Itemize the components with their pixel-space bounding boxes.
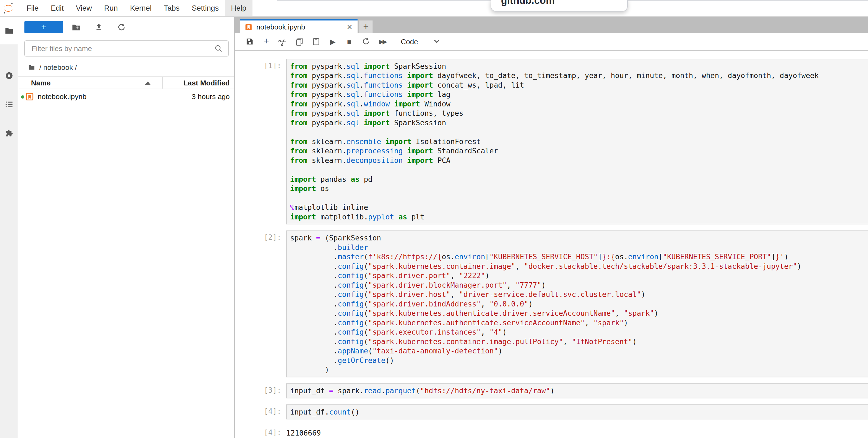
menu-item-run[interactable]: Run xyxy=(98,0,124,16)
new-folder-icon[interactable] xyxy=(71,23,81,32)
browser-popup-domain: github.com xyxy=(501,0,627,6)
output-area: [4]:12106669 xyxy=(235,426,868,438)
insert-cell-button[interactable]: + xyxy=(258,34,275,49)
breadcrumb-path: / notebook / xyxy=(39,63,77,71)
code-editor[interactable]: spark = (SparkSession .builder .master(f… xyxy=(286,231,868,377)
file-browser-panel: + / notebook / Name xyxy=(18,17,235,438)
run-cell-button[interactable]: ▶ xyxy=(324,34,341,49)
file-list-header: Name Last Modified xyxy=(18,77,234,89)
menu-item-help[interactable]: Help xyxy=(225,0,252,16)
file-filter-box xyxy=(24,40,228,57)
fast-forward-icon: ▶▶ xyxy=(379,38,386,45)
left-sidebar xyxy=(0,17,18,438)
sort-ascending-icon[interactable] xyxy=(145,81,151,85)
code-cell: [4]:input_df.count() xyxy=(235,404,868,419)
new-launcher-button[interactable]: + xyxy=(24,21,63,33)
notebook-toolbar: + ▶ xyxy=(235,33,868,51)
main-area: notebook.ipynb × + + xyxy=(235,17,868,438)
save-button[interactable] xyxy=(241,34,258,49)
column-name[interactable]: Name xyxy=(31,79,51,87)
cell-type-dropdown-caret[interactable] xyxy=(434,39,440,43)
folder-icon xyxy=(28,63,35,70)
code-cell: [1]:from pyspark.sql import SparkSession… xyxy=(235,59,868,224)
stop-icon: ■ xyxy=(347,37,351,46)
copy-icon xyxy=(295,37,304,46)
file-name: notebook.ipynb xyxy=(38,92,87,101)
restart-run-all-button[interactable]: ▶▶ xyxy=(374,34,391,49)
column-divider xyxy=(162,77,163,89)
notebook-file-icon xyxy=(25,92,34,101)
menu-item-settings[interactable]: Settings xyxy=(186,0,225,16)
menu-item-view[interactable]: View xyxy=(70,0,98,16)
scissors-icon xyxy=(277,35,289,48)
file-browser-icon[interactable] xyxy=(4,26,14,35)
file-row[interactable]: notebook.ipynb 3 hours ago xyxy=(18,90,234,104)
notebook-tab-icon xyxy=(245,23,252,31)
jupyter-logo-icon xyxy=(3,2,14,15)
new-tab-button[interactable]: + xyxy=(360,21,373,33)
code-cell: [2]:spark = (SparkSession .builder .mast… xyxy=(235,231,868,377)
file-last-modified: 3 hours ago xyxy=(192,92,229,101)
code-editor[interactable]: from pyspark.sql import SparkSessionfrom… xyxy=(286,59,868,224)
tab-bar: notebook.ipynb × + xyxy=(235,17,868,33)
input-prompt: [2]: xyxy=(235,231,286,377)
code-cell: [3]:input_df = spark.read.parquet("hdfs:… xyxy=(235,383,868,399)
menu-item-file[interactable]: File xyxy=(21,0,45,16)
column-last-modified[interactable]: Last Modified xyxy=(183,79,229,87)
file-filter-input[interactable] xyxy=(25,41,228,56)
breadcrumb[interactable]: / notebook / xyxy=(28,61,77,72)
code-editor[interactable]: input_df.count() xyxy=(286,404,868,419)
paste-cells-button[interactable] xyxy=(308,34,324,49)
input-prompt: [4]: xyxy=(235,404,286,419)
tab-title: notebook.ipynb xyxy=(256,23,344,31)
search-icon xyxy=(214,43,224,54)
restart-kernel-button[interactable] xyxy=(358,34,374,49)
restart-icon xyxy=(362,37,370,46)
copy-cells-button[interactable] xyxy=(291,34,308,49)
refresh-icon[interactable] xyxy=(117,23,126,32)
notebook-scroll-area[interactable]: [1]:from pyspark.sql import SparkSession… xyxy=(235,51,868,438)
input-prompt: [3]: xyxy=(235,383,286,399)
extension-manager-icon[interactable] xyxy=(4,128,14,138)
code-editor[interactable]: input_df = spark.read.parquet("hdfs://hd… xyxy=(286,383,868,399)
run-icon: ▶ xyxy=(330,37,335,46)
interrupt-kernel-button[interactable]: ■ xyxy=(341,34,358,49)
tab-notebook[interactable]: notebook.ipynb × xyxy=(240,19,358,33)
notebook-cells: [1]:from pyspark.sql import SparkSession… xyxy=(235,51,868,438)
menu-item-tabs[interactable]: Tabs xyxy=(158,0,186,16)
tab-close-icon[interactable]: × xyxy=(344,21,358,33)
output-prompt: [4]: xyxy=(235,426,286,438)
clipboard-icon xyxy=(312,37,320,46)
browser-popup: github.com xyxy=(491,0,628,12)
menu-items: FileEditViewRunKernelTabsSettingsHelp xyxy=(21,0,252,16)
cut-cells-button[interactable] xyxy=(275,34,291,49)
jupyterlab-window: FileEditViewRunKernelTabsSettingsHelp gi… xyxy=(0,0,868,438)
kernel-running-dot xyxy=(21,95,24,98)
table-of-contents-icon[interactable] xyxy=(4,99,14,109)
upload-icon[interactable] xyxy=(94,23,104,32)
menu-bar: FileEditViewRunKernelTabsSettingsHelp xyxy=(0,0,868,17)
output-text: 12106669 xyxy=(286,426,321,438)
input-prompt: [1]: xyxy=(235,59,286,224)
save-icon xyxy=(245,37,254,46)
cell-type-dropdown[interactable]: Code xyxy=(401,37,418,46)
running-sessions-icon[interactable] xyxy=(4,71,14,81)
plus-icon: + xyxy=(264,36,269,47)
menu-item-kernel[interactable]: Kernel xyxy=(124,0,158,16)
menu-item-edit[interactable]: Edit xyxy=(45,0,70,16)
chevron-down-icon xyxy=(434,39,440,43)
